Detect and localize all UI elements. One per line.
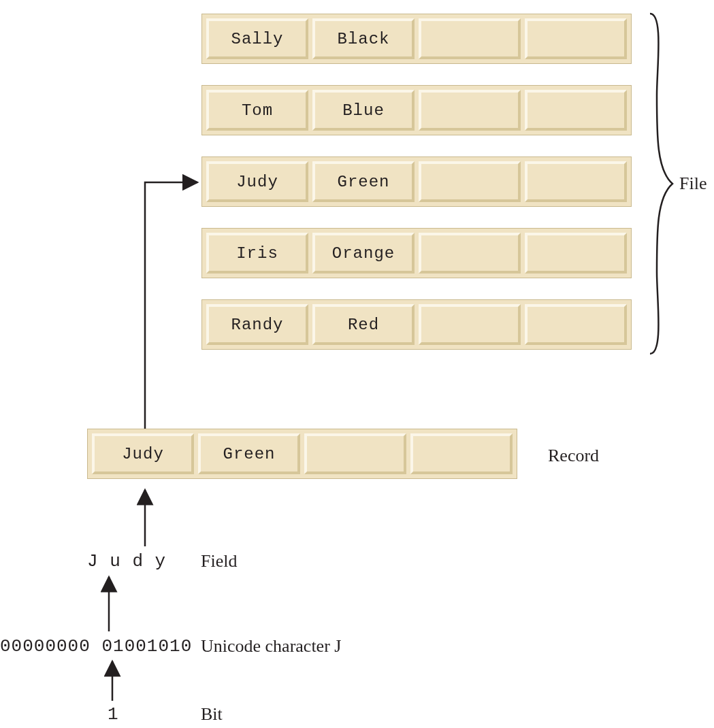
file-brace-icon [0, 0, 714, 728]
